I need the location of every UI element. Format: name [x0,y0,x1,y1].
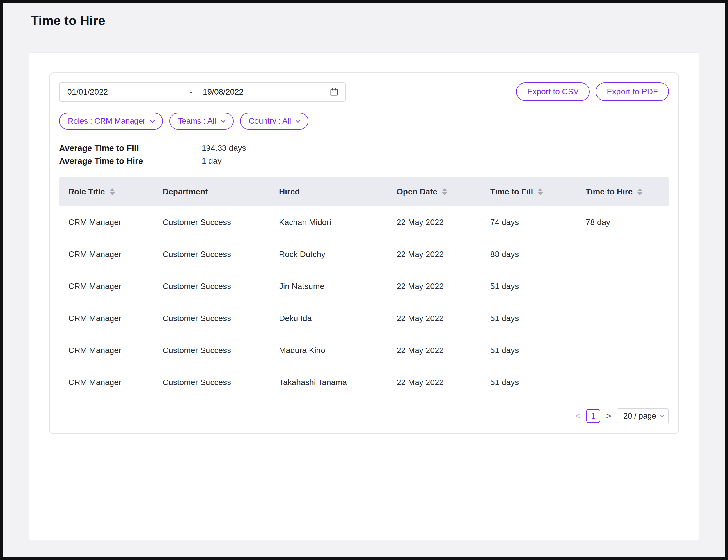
export-pdf-button[interactable]: Export to PDF [596,82,669,101]
cell-time-to-fill: 51 days [490,314,586,323]
table-row: CRM Manager Customer Success Takahashi T… [59,366,669,398]
time-to-hire-table: Role Title Department Hired Open Date [59,177,669,398]
cell-time-to-fill: 88 days [490,250,586,259]
date-range-separator: - [190,87,203,97]
table-row: CRM Manager Customer Success Deku Ida 22… [59,302,669,334]
cell-role-title: CRM Manager [68,250,163,259]
avg-time-to-fill-label: Average Time to Fill [59,143,202,153]
time-to-hire-panel: 01/01/2022 - 19/08/2022 Export to CSV [49,72,679,434]
avg-time-to-hire-label: Average Time to Hire [59,156,202,166]
date-end-value[interactable]: 19/08/2022 [203,87,330,97]
chevron-down-icon [221,118,226,123]
column-header-hired: Hired [279,187,396,196]
table-row: CRM Manager Customer Success Rock Dutchy… [59,238,669,270]
cell-department: Customer Success [163,218,279,227]
cell-open-date: 22 May 2022 [396,250,490,259]
filter-bar: Roles : CRM Manager Teams : All Country … [59,113,669,130]
sort-icon [110,188,115,195]
pagination: < 1 > 20 / page [59,408,669,423]
cell-open-date: 22 May 2022 [396,218,490,227]
cell-role-title: CRM Manager [68,346,163,355]
cell-open-date: 22 May 2022 [396,378,490,387]
cell-hired: Deku Ida [279,314,396,323]
cell-department: Customer Success [163,346,279,355]
cell-time-to-fill: 51 days [490,282,586,291]
sort-icon [538,188,543,195]
cell-department: Customer Success [163,314,279,323]
page-size-value: 20 / page [623,412,656,421]
column-header-open-date[interactable]: Open Date [396,187,490,196]
page: Time to Hire 01/01/2022 - 19/08/2022 [3,3,725,554]
cell-open-date: 22 May 2022 [396,282,490,291]
sort-icon [637,188,642,195]
cell-role-title: CRM Manager [68,218,163,227]
table-header-row: Role Title Department Hired Open Date [59,177,669,206]
column-header-role-title[interactable]: Role Title [68,187,163,196]
chevron-down-icon [150,118,155,123]
table-row: CRM Manager Customer Success Kachan Mido… [59,206,669,238]
roles-filter-dropdown[interactable]: Roles : CRM Manager [59,113,163,130]
cell-hired: Rock Dutchy [279,250,396,259]
cell-hired: Jin Natsume [279,282,396,291]
chevron-down-icon [660,413,664,417]
table-row: CRM Manager Customer Success Jin Natsume… [59,270,669,302]
date-range-input[interactable]: 01/01/2022 - 19/08/2022 [59,82,346,102]
cell-role-title: CRM Manager [68,378,163,387]
cell-department: Customer Success [163,282,279,291]
cell-time-to-hire: 78 day [586,218,669,227]
cell-role-title: CRM Manager [68,282,163,291]
sort-icon [442,188,447,195]
table-row: CRM Manager Customer Success Madura Kino… [59,334,669,366]
date-start-value[interactable]: 01/01/2022 [67,87,190,97]
roles-filter-label: Roles : CRM Manager [68,117,146,126]
teams-filter-dropdown[interactable]: Teams : All [169,113,234,130]
avg-time-to-fill-value: 194.33 days [202,143,246,153]
column-header-time-to-fill[interactable]: Time to Fill [490,187,586,196]
cell-department: Customer Success [163,250,279,259]
column-header-time-to-hire[interactable]: Time to Hire [586,187,669,196]
avg-time-to-hire-value: 1 day [202,156,222,166]
cell-time-to-fill: 51 days [490,346,586,355]
cell-open-date: 22 May 2022 [396,346,490,355]
page-number-button[interactable]: 1 [586,409,600,423]
cell-hired: Kachan Midori [279,218,396,227]
report-card: 01/01/2022 - 19/08/2022 Export to CSV [29,52,699,540]
export-csv-button[interactable]: Export to CSV [516,82,590,101]
country-filter-label: Country : All [249,117,291,126]
cell-role-title: CRM Manager [68,314,163,323]
cell-department: Customer Success [163,378,279,387]
cell-open-date: 22 May 2022 [396,314,490,323]
cell-hired: Madura Kino [279,346,396,355]
export-buttons: Export to CSV Export to PDF [516,82,669,101]
page-size-select[interactable]: 20 / page [617,408,669,423]
avg-time-to-fill: Average Time to Fill 194.33 days [59,142,669,155]
cell-time-to-fill: 51 days [490,378,586,387]
calendar-icon[interactable] [330,87,339,97]
avg-time-to-hire: Average Time to Hire 1 day [59,155,669,167]
previous-page-icon[interactable]: < [575,411,580,421]
teams-filter-label: Teams : All [178,117,216,126]
country-filter-dropdown[interactable]: Country : All [240,113,309,130]
chevron-down-icon [296,118,301,123]
table-body: CRM Manager Customer Success Kachan Mido… [59,206,669,398]
page-title: Time to Hire [31,13,699,28]
cell-time-to-fill: 74 days [490,218,586,227]
cell-hired: Takahashi Tanama [279,378,396,387]
column-header-department: Department [163,187,279,196]
toolbar: 01/01/2022 - 19/08/2022 Export to CSV [59,82,669,102]
next-page-icon[interactable]: > [606,411,611,421]
summary-stats: Average Time to Fill 194.33 days Average… [59,142,669,167]
